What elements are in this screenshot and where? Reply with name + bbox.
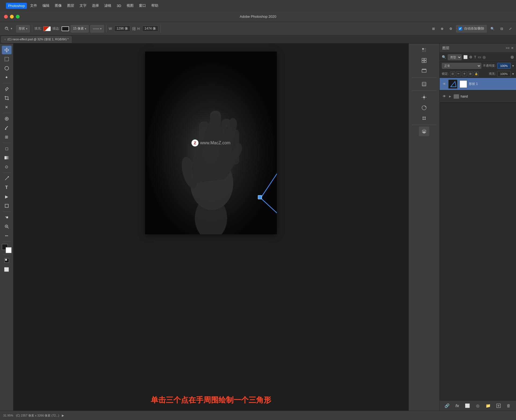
blend-mode-select[interactable]: 正常: [442, 63, 481, 69]
menu-layer[interactable]: 图层: [65, 2, 76, 9]
move-tool[interactable]: [2, 46, 12, 54]
status-arrow[interactable]: ▶: [62, 414, 64, 417]
fill-value[interactable]: 100%: [497, 71, 511, 77]
layers-menu-icon[interactable]: ≡: [511, 46, 513, 50]
menu-file[interactable]: 文件: [28, 2, 39, 9]
filter-smart-icon[interactable]: ◎: [483, 55, 486, 59]
slice-tool[interactable]: ✕: [2, 103, 12, 112]
rp-light-btn[interactable]: [419, 92, 429, 102]
heal-tool[interactable]: [2, 114, 12, 123]
text-tool[interactable]: T: [2, 183, 12, 192]
brush-tool[interactable]: [2, 124, 12, 132]
rp-layers-btn[interactable]: [419, 66, 429, 76]
expand-btn[interactable]: ⤢: [507, 25, 514, 33]
stroke-size[interactable]: 15 像素 ▾: [71, 25, 89, 33]
burn-tool[interactable]: ⊙: [2, 163, 12, 171]
shape-tool[interactable]: [2, 202, 12, 210]
stamp-tool[interactable]: ⊞: [2, 133, 12, 141]
filter-search-icon[interactable]: 🔍: [442, 55, 446, 59]
more-tools-btn[interactable]: •••: [2, 231, 12, 240]
lasso-tool[interactable]: [2, 64, 12, 73]
new-layer-btn[interactable]: [495, 403, 502, 409]
adjustment-btn[interactable]: ◎: [475, 403, 481, 409]
gradient-tool[interactable]: [2, 153, 12, 162]
maximize-button[interactable]: [16, 15, 20, 19]
screen-mode-btn[interactable]: ⬜: [2, 265, 12, 274]
lock-move-btn[interactable]: ✛: [462, 71, 467, 76]
menu-text[interactable]: 文字: [77, 2, 89, 9]
eraser-tool[interactable]: ◻: [2, 144, 12, 153]
menu-image[interactable]: 图像: [53, 2, 64, 9]
filter-type-select[interactable]: 类型: [448, 54, 462, 60]
layer-effects-btn[interactable]: fx: [454, 403, 460, 409]
anchor-bottom-left[interactable]: [258, 195, 262, 199]
menu-view[interactable]: 视图: [124, 2, 136, 9]
menu-select[interactable]: 选择: [90, 2, 101, 9]
filter-adjust-icon[interactable]: ⚙: [469, 55, 472, 59]
rp-channels-btn[interactable]: [419, 79, 429, 89]
filter-shape-icon[interactable]: ▭: [478, 55, 481, 59]
document-tab[interactable]: × (C) neon-effect.psd @ 32% (形状 1, RGB/8…: [1, 36, 71, 43]
magic-wand-tool[interactable]: ✦: [2, 73, 12, 82]
watermark: Z www.MacZ.com: [192, 139, 231, 146]
pen-tool[interactable]: [2, 174, 12, 183]
close-button[interactable]: [4, 15, 8, 19]
hand-tool[interactable]: ☚: [2, 213, 12, 222]
layer-item-hand[interactable]: 👁 ▶ hand: [440, 90, 516, 103]
add-mask-btn[interactable]: ⬜: [464, 403, 471, 409]
link-dimensions-icon[interactable]: ⛓: [132, 27, 136, 31]
lock-paint-btn[interactable]: ✏: [456, 71, 461, 76]
crop-tool[interactable]: [2, 94, 12, 102]
shape-type-select[interactable]: 形状 ▾: [16, 25, 30, 33]
layer-visibility-shape1[interactable]: 👁: [442, 82, 447, 87]
menu-window[interactable]: 窗口: [137, 2, 148, 9]
filter-toggle[interactable]: [511, 56, 514, 59]
tool-preset-btn[interactable]: ▾: [2, 25, 15, 33]
background-color[interactable]: [6, 247, 12, 253]
transform-btn[interactable]: ⊕: [439, 25, 446, 33]
layers-expand-icon[interactable]: >>: [506, 46, 510, 50]
tab-close-icon[interactable]: ×: [4, 38, 6, 41]
height-value[interactable]: 1474 像: [142, 26, 158, 32]
menu-filter[interactable]: 滤镜: [102, 2, 113, 9]
layer-expand-hand[interactable]: ▶: [448, 95, 452, 98]
select-rect-tool[interactable]: [2, 55, 12, 63]
opacity-expand-icon[interactable]: ▾: [512, 64, 514, 68]
width-value[interactable]: 1296 像: [114, 26, 130, 32]
search-btn[interactable]: 🔍: [488, 25, 497, 33]
delete-layer-btn[interactable]: 🗑: [506, 403, 512, 409]
menu-edit[interactable]: 编辑: [40, 2, 52, 9]
quick-mask-btn[interactable]: [2, 256, 12, 265]
lock-all-btn[interactable]: 🔒: [474, 71, 479, 76]
menu-photoshop[interactable]: Photoshop: [6, 3, 27, 9]
rp-appearance-btn[interactable]: [419, 103, 429, 113]
settings-btn[interactable]: ⚙: [447, 25, 454, 33]
fill-expand-icon[interactable]: ▾: [512, 72, 514, 76]
layer-visibility-hand[interactable]: 👁: [442, 94, 447, 99]
path-select-tool[interactable]: ▶: [2, 192, 12, 201]
lock-transparent-btn[interactable]: ⊟: [450, 71, 455, 76]
menu-help[interactable]: 帮助: [149, 2, 160, 9]
rp-transform-btn[interactable]: [419, 113, 429, 123]
panels-btn[interactable]: ⊟: [498, 25, 505, 33]
filter-text-icon[interactable]: T: [474, 55, 476, 59]
stroke-color-preview[interactable]: [62, 26, 69, 31]
align-btn[interactable]: ⊞: [430, 25, 437, 33]
auto-add-checkbox[interactable]: [458, 27, 462, 30]
minimize-button[interactable]: [10, 15, 14, 19]
fill-color-preview[interactable]: [43, 26, 51, 31]
rp-properties-btn[interactable]: [419, 45, 429, 55]
rp-active-layers-btn[interactable]: [419, 127, 429, 136]
lock-artboard-btn[interactable]: ⊞: [468, 71, 473, 76]
link-layers-btn[interactable]: 🔗: [444, 403, 450, 409]
stroke-style-select[interactable]: —— ▾: [90, 25, 104, 33]
layer-item-shape1[interactable]: 👁 形状 1: [440, 78, 516, 90]
menu-3d[interactable]: 3D: [114, 3, 123, 9]
eyedropper-tool[interactable]: [2, 85, 12, 93]
rp-grid-btn[interactable]: [419, 56, 429, 65]
opacity-value[interactable]: 100%: [497, 63, 511, 69]
filter-pixel-icon[interactable]: ⬜: [463, 55, 468, 59]
zoom-tool[interactable]: [2, 222, 12, 231]
group-layers-btn[interactable]: 📁: [485, 403, 491, 409]
auto-add-label[interactable]: 自动添加/删除: [456, 25, 487, 33]
